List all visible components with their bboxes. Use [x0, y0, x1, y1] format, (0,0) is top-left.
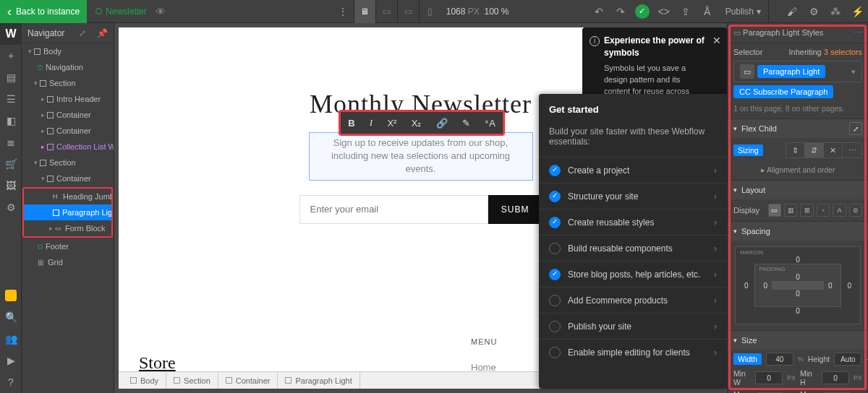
paragraph-light-element[interactable]: Sign up to receive updates from our shop… [309, 132, 533, 181]
inheriting-count[interactable]: 3 selectors [824, 48, 862, 56]
submit-button[interactable]: SUBM [488, 195, 542, 224]
audit-icon[interactable]: Å [697, 0, 718, 23]
code-icon[interactable]: <> [653, 0, 675, 23]
rte-clear-button[interactable]: ˣA [485, 118, 495, 129]
cms-icon[interactable]: ≣ [0, 131, 22, 153]
minw-input[interactable] [755, 371, 783, 384]
redo-icon[interactable]: ↷ [610, 0, 631, 23]
warning-badge[interactable] [5, 290, 17, 301]
tree-section-1[interactable]: ▾Section [22, 75, 114, 91]
tree-navigation[interactable]: Navigation [22, 59, 114, 75]
rte-brush-button[interactable]: ✎ [462, 118, 470, 129]
rte-bold-button[interactable]: B [348, 118, 354, 129]
gs-item-6[interactable]: Publish your site› [539, 313, 727, 339]
device-mobile-landscape-button[interactable]: ▭ [397, 0, 419, 23]
navigator-tab-icon[interactable]: ☰ [0, 88, 22, 110]
tree-container-2[interactable]: ▸Container [22, 123, 114, 139]
width-input[interactable] [766, 353, 793, 366]
sizing-none-button[interactable]: ✕ [824, 143, 843, 157]
navigator-collapse-icon[interactable]: ⤢ [79, 28, 86, 38]
device-desktop-button[interactable]: 🖥 [354, 0, 375, 23]
tree-container-3[interactable]: ▾Container [22, 170, 114, 186]
rte-subscript-button[interactable]: X₂ [412, 118, 422, 129]
sizing-more-button[interactable]: ⋯ [843, 143, 861, 157]
breadcrumb-container[interactable]: Container [218, 372, 278, 389]
interactions-icon[interactable]: ⁂ [825, 0, 846, 23]
minh-input[interactable] [822, 371, 849, 384]
export-icon[interactable]: ⇪ [675, 0, 697, 23]
store-logo[interactable]: Store [139, 353, 176, 372]
tooltip-close-icon[interactable]: ✕ [712, 33, 721, 48]
tree-heading-jumbo[interactable]: HHeading Jumbo Sma [24, 189, 111, 204]
gs-item-0[interactable]: Create a project› [539, 157, 727, 183]
section-layout[interactable]: Layout [728, 181, 868, 199]
undo-icon[interactable]: ↶ [588, 0, 610, 23]
flex-child-reset-icon[interactable]: ⤢ [849, 122, 862, 135]
tree-container-1[interactable]: ▸Container [22, 107, 114, 123]
components-icon[interactable]: ◧ [0, 110, 22, 131]
sizing-grow-button[interactable]: ⇵ [805, 143, 824, 157]
gs-item-3[interactable]: Build reusable components› [539, 235, 727, 261]
breadcrumb-section[interactable]: Section [166, 372, 218, 389]
tree-footer[interactable]: Footer [22, 238, 114, 254]
rte-superscript-button[interactable]: X² [387, 118, 396, 129]
rte-italic-button[interactable]: I [370, 117, 373, 129]
alignment-order-link[interactable]: ▸ Alignment and order [728, 163, 868, 180]
sizing-shrink-button[interactable]: ⇕ [786, 143, 805, 157]
display-none-button[interactable]: ⊘ [849, 204, 862, 217]
display-inline-button[interactable]: A [833, 204, 846, 217]
brush-icon[interactable]: 🖌 [781, 0, 803, 23]
selector-type-icon[interactable]: ▭ [740, 64, 754, 79]
display-inline-block-button[interactable]: ▫ [817, 204, 830, 217]
publish-button[interactable]: Publish ▾ [718, 7, 768, 17]
device-tablet-button[interactable]: ▭ [375, 0, 397, 23]
breadcrumb-body[interactable]: Body [123, 372, 166, 389]
webflow-logo[interactable]: W [0, 23, 22, 45]
tree-form-block[interactable]: ▸▭Form Block [24, 220, 111, 236]
tree-body[interactable]: ▾Body [22, 43, 114, 59]
gs-item-7[interactable]: Enable simple editing for clients› [539, 339, 727, 365]
page-name-link[interactable]: Newsletter [95, 7, 147, 17]
menu-dots-icon[interactable]: ⋮ [332, 0, 354, 23]
gs-item-2[interactable]: Create reusable styles› [539, 209, 727, 235]
pages-icon[interactable]: ▤ [0, 66, 22, 88]
gs-item-4[interactable]: Store blog posts, help articles, etc.› [539, 261, 727, 287]
spacing-box[interactable]: MARGIN 0 0 PADDING 0 00 0 0 0 [735, 246, 861, 324]
preview-icon[interactable]: 👁 [156, 6, 166, 17]
section-size[interactable]: Size [728, 331, 868, 350]
class-tag-paragraph-light[interactable]: Paragraph Light [757, 65, 825, 78]
email-input[interactable] [299, 195, 488, 224]
tree-intro-header[interactable]: ▸Intro Header [22, 91, 114, 107]
selector-input[interactable]: ▭ Paragraph Light ▾ [733, 61, 862, 82]
help-icon[interactable]: 👥 [0, 328, 22, 350]
tree-section-2[interactable]: ▾Section [22, 155, 114, 170]
back-to-instance-button[interactable]: Back to instance [0, 0, 87, 23]
tree-paragraph-light[interactable]: Paragraph Light [24, 204, 111, 220]
settings-tab-icon[interactable]: ⚙ [0, 196, 22, 218]
navigator-pin-icon[interactable]: 📌 [97, 28, 108, 38]
add-element-icon[interactable]: + [0, 45, 22, 66]
section-spacing[interactable]: Spacing [728, 222, 868, 241]
section-flex-child[interactable]: Flex Child⤢ [728, 119, 868, 138]
breadcrumb-paragraph-light[interactable]: Paragraph Light [278, 372, 359, 389]
tree-collection-list[interactable]: ▸Collection List Wrapper [22, 139, 114, 155]
gs-item-1[interactable]: Structure your site› [539, 183, 727, 209]
effects-icon[interactable]: ⚡ [846, 0, 868, 23]
video-icon[interactable]: ▶ [0, 350, 22, 371]
rte-link-button[interactable]: 🔗 [436, 118, 448, 129]
class-tag-subscribe[interactable]: CC Subscribe Paragraph [733, 85, 833, 98]
ecommerce-icon[interactable]: 🛒 [0, 153, 22, 175]
tree-grid[interactable]: ⊞Grid [22, 254, 114, 270]
status-ok-icon[interactable] [635, 4, 650, 19]
device-mobile-button[interactable]: ▯ [419, 0, 441, 23]
gs-item-5[interactable]: Add Ecommerce products› [539, 287, 727, 313]
search-icon[interactable]: 🔍 [0, 306, 22, 328]
display-grid-button[interactable]: ⊞ [800, 204, 813, 217]
display-flex-button[interactable]: ▥ [784, 204, 797, 217]
assets-icon[interactable]: 🖼 [0, 175, 22, 196]
styles-more-icon[interactable]: ⋯ [854, 28, 862, 38]
display-block-button[interactable]: ▭ [768, 204, 781, 217]
height-input[interactable] [834, 353, 861, 366]
support-icon[interactable]: ? [0, 371, 22, 393]
settings-icon[interactable]: ⚙ [803, 0, 825, 23]
